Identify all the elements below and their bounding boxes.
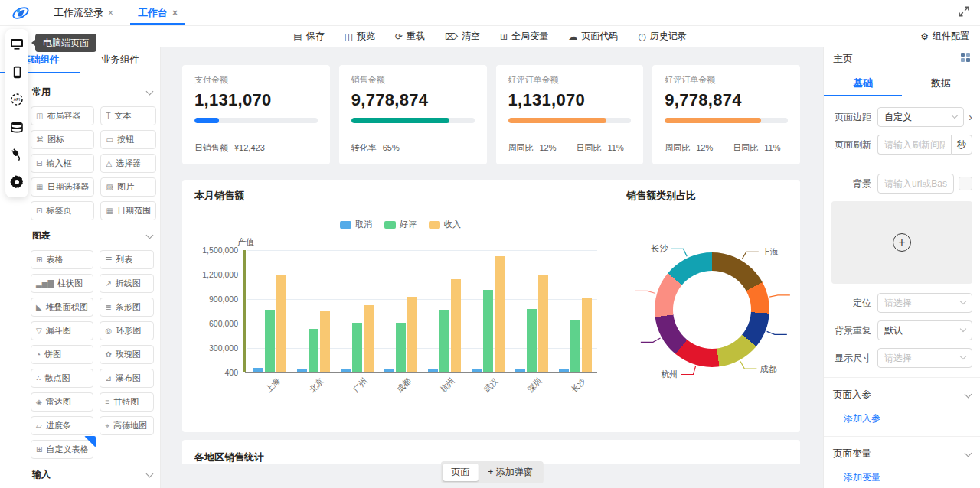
bar-取消	[472, 369, 482, 372]
progress-fill	[351, 118, 450, 123]
position-select[interactable]: 请选择	[877, 293, 972, 313]
stat-card: 支付金额1,131,070日销售额¥12,423	[182, 65, 330, 164]
component-chip-radar-chart[interactable]: ◈雷达图	[31, 392, 93, 412]
add-variable-link[interactable]: 添加变量	[844, 471, 880, 484]
bg-repeat-select[interactable]: 默认	[877, 320, 972, 340]
donut-chart: 上海成都杭州长沙	[626, 210, 788, 409]
legend-item-收入[interactable]: 收入	[429, 219, 461, 230]
bar-group	[515, 275, 548, 372]
component-label: 图标	[47, 134, 64, 145]
chevron-down-icon	[960, 298, 966, 304]
bar-group	[559, 298, 592, 372]
component-chip-date-range[interactable]: ▦日期范围	[100, 201, 155, 220]
x-tick-label: 广州	[351, 376, 370, 395]
button-icon: ▭	[106, 135, 113, 144]
component-chip-area-chart[interactable]: ◣堆叠面积图	[31, 298, 93, 317]
section-title: 图表	[32, 229, 51, 242]
save-icon: ▤	[293, 31, 302, 42]
settings-icon[interactable]	[9, 174, 24, 190]
component-chip-ring-chart[interactable]: ◎环形图	[100, 321, 154, 340]
desktop-page-icon[interactable]	[9, 37, 24, 52]
tab-workbench[interactable]: 工作台 ×	[126, 0, 190, 25]
clear-button[interactable]: ⌦清空	[445, 30, 480, 43]
x-tick-label: 北京	[307, 376, 326, 395]
component-chip-button[interactable]: ▭按钮	[100, 130, 155, 149]
component-chip-table[interactable]: ⊞表格	[31, 250, 93, 269]
section-header[interactable]: 常用	[32, 86, 152, 99]
component-grid: ◫布局容器T文本⌘图标▭按钮⊟输入框△选择器▦日期选择器▨图片⊡标签页▦日期范围	[31, 106, 154, 220]
component-chip-line-chart[interactable]: ↗折线图	[100, 274, 154, 293]
custom-table-icon: ⊞	[36, 445, 42, 454]
component-chip-rose-chart[interactable]: ✿玫瑰图	[100, 345, 154, 364]
bar-取消	[253, 368, 263, 372]
component-chip-scatter-chart[interactable]: ∴散点图	[31, 369, 93, 388]
component-chip-bar-chart[interactable]: ▂▅▇柱状图	[31, 274, 93, 293]
legend-item-好评[interactable]: 好评	[384, 219, 416, 230]
component-config-button[interactable]: ⚙ 组件配置	[920, 30, 969, 43]
component-chip-amap[interactable]: ⌖高德地图	[100, 416, 154, 435]
component-chip-hbar-chart[interactable]: ≣条形图	[100, 298, 154, 317]
component-label: 堆叠面积图	[46, 301, 88, 313]
design-canvas[interactable]: 支付金额1,131,070日销售额¥12,423销售金额9,778,874转化率…	[161, 47, 823, 488]
tab-label: 工作流登录	[54, 6, 103, 20]
component-chip-image[interactable]: ▨图片	[100, 177, 155, 197]
page-refresh-input[interactable]	[877, 135, 951, 155]
progress-bar-icon: ▱	[36, 421, 42, 430]
page-margin-select[interactable]: 自定义	[877, 107, 964, 127]
page-params-section[interactable]: 页面入参	[831, 387, 972, 403]
x-tick: 北京	[296, 373, 332, 383]
reload-button[interactable]: ⟳重载	[395, 30, 425, 43]
component-chip-funnel-chart[interactable]: ▽漏斗图	[31, 321, 93, 340]
gantt-chart-icon: ≡	[105, 398, 109, 406]
background-url-input[interactable]	[877, 174, 954, 194]
component-chip-progress-bar[interactable]: ▱进度条	[31, 416, 93, 435]
x-axis-labels: 上海北京广州成都杭州武汉深圳长沙	[248, 373, 597, 383]
background-preview-box[interactable]	[959, 177, 972, 190]
expand-arrow-icon[interactable]: ›	[969, 111, 972, 123]
tab-data-settings[interactable]: 数据	[902, 70, 980, 96]
component-chip-custom-table[interactable]: ⊞自定义表格	[31, 440, 93, 459]
component-chip-layout-container[interactable]: ◫布局容器	[31, 106, 94, 125]
mobile-page-icon[interactable]	[9, 64, 24, 80]
section-header[interactable]: 图表	[32, 229, 152, 242]
datasource-icon[interactable]	[9, 119, 24, 135]
add-param-link[interactable]: 添加入参	[844, 412, 880, 425]
history-button[interactable]: ◷历史记录	[638, 30, 686, 43]
display-size-select[interactable]: 请选择	[877, 348, 972, 368]
component-chip-list[interactable]: ☰列表	[100, 250, 154, 269]
component-chip-input[interactable]: ⊟输入框	[31, 154, 94, 173]
add-dialog-button[interactable]: + 添加弹窗	[479, 464, 541, 481]
stat-footer: 转化率65%	[351, 135, 475, 154]
component-chip-select[interactable]: △选择器	[100, 154, 155, 173]
page-tab-button[interactable]: 页面	[443, 464, 478, 481]
fullscreen-icon[interactable]	[959, 6, 969, 20]
radar-chart-icon: ◈	[36, 398, 42, 406]
legend-label: 收入	[444, 219, 461, 230]
api-icon[interactable]: API	[9, 92, 24, 107]
background-upload-area[interactable]: +	[831, 201, 972, 284]
layout-tree-icon[interactable]	[960, 52, 971, 66]
component-chip-date-picker[interactable]: ▦日期选择器	[31, 177, 94, 197]
section-header[interactable]: 输入	[32, 468, 152, 481]
component-chip-text[interactable]: T文本	[100, 106, 155, 125]
global-variables-button[interactable]: ⊞全局变量	[500, 30, 548, 43]
page-variables-section[interactable]: 页面变量	[831, 446, 972, 462]
component-chip-pie-chart[interactable]: ◔饼图	[31, 345, 93, 364]
bar-group	[428, 279, 461, 372]
component-chip-waterfall-chart[interactable]: ⊿瀑布图	[100, 369, 154, 388]
component-chip-gantt-chart[interactable]: ≡甘特图	[100, 392, 154, 412]
component-chip-tabs[interactable]: ⊡标签页	[31, 201, 94, 220]
tab-basic-settings[interactable]: 基础	[824, 70, 902, 96]
y-tick-label: 300,000	[192, 343, 238, 353]
component-chip-icon[interactable]: ⌘图标	[31, 130, 94, 149]
save-button[interactable]: ▤保存	[293, 30, 324, 43]
bar-取消	[559, 369, 569, 372]
close-icon[interactable]: ×	[108, 8, 113, 18]
progress-bar	[508, 118, 632, 123]
preview-button[interactable]: ◫预览	[345, 30, 375, 43]
legend-item-取消[interactable]: 取消	[340, 219, 372, 230]
plugin-icon[interactable]	[9, 147, 24, 162]
page-code-button[interactable]: ☁页面代码	[568, 30, 618, 43]
tab-workflow-login[interactable]: 工作流登录 ×	[41, 0, 126, 25]
close-icon[interactable]: ×	[172, 8, 178, 18]
